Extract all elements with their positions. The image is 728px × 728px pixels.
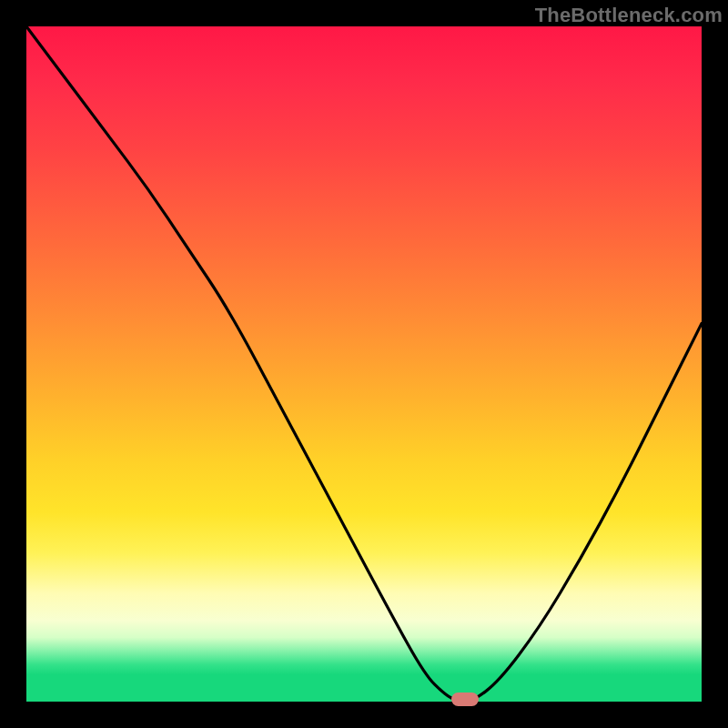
optimum-marker [451, 693, 479, 706]
chart-frame: TheBottleneck.com [0, 0, 728, 728]
plot-area [26, 26, 702, 702]
watermark-text: TheBottleneck.com [535, 4, 723, 27]
